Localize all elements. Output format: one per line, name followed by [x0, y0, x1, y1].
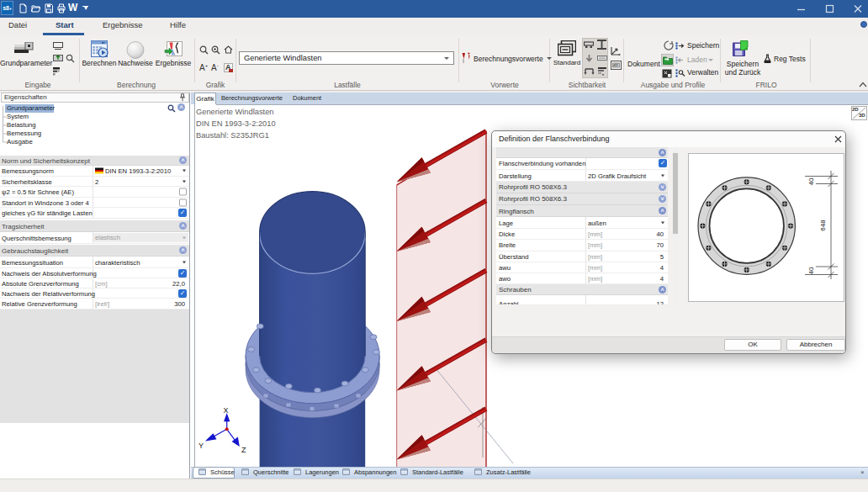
svg-text:Z: Z — [241, 446, 246, 454]
svg-text:648: 648 — [819, 220, 827, 231]
svg-text:Y: Y — [198, 442, 204, 450]
svg-text:40: 40 — [807, 177, 815, 185]
svg-text:40: 40 — [807, 267, 815, 274]
svg-text:X: X — [224, 406, 229, 415]
svg-text:abl: abl — [613, 63, 618, 67]
